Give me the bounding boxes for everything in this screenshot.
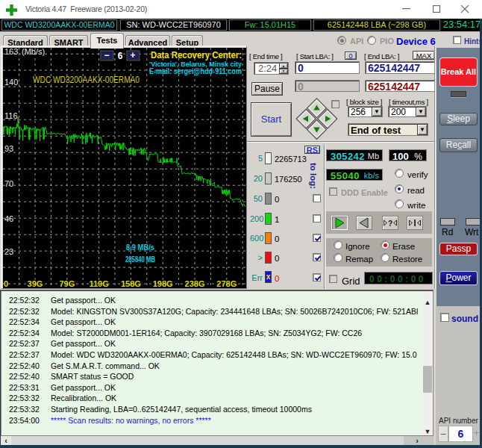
svg-text:79G: 79G <box>59 279 75 288</box>
svg-text:285840 MB: 285840 MB <box>125 255 155 264</box>
svg-text:116: 116 <box>4 111 18 120</box>
svg-text:163: 163 <box>4 48 18 56</box>
svg-text:23: 23 <box>4 247 13 256</box>
svg-text:70: 70 <box>4 179 13 188</box>
svg-text:119G: 119G <box>89 279 108 288</box>
svg-text:−: − <box>104 50 109 60</box>
svg-text:?: ? <box>388 220 392 228</box>
svg-text:278G: 278G <box>216 279 237 288</box>
svg-text:238G: 238G <box>185 279 205 288</box>
svg-text:(Mb/s): (Mb/s) <box>22 48 45 56</box>
svg-text:Data Recovery Center:: Data Recovery Center: <box>151 50 242 60</box>
svg-text:6: 6 <box>118 51 123 61</box>
svg-text:93: 93 <box>4 144 13 153</box>
svg-text:39G: 39G <box>28 279 43 288</box>
svg-text:E-mail: sergei@hdd-911.com: E-mail: sergei@hdd-911.com <box>149 67 242 75</box>
svg-text:46: 46 <box>4 214 13 223</box>
svg-text:140: 140 <box>4 78 18 87</box>
svg-text:198G: 198G <box>153 279 173 288</box>
svg-text:158G: 158G <box>121 279 141 288</box>
svg-text:0: 0 <box>4 279 8 288</box>
svg-text:8,9 MB/s: 8,9 MB/s <box>126 243 154 252</box>
svg-text:+: + <box>130 50 135 60</box>
svg-text:WDC WD3200AAKX-00ERMA0: WDC WD3200AAKX-00ERMA0 <box>33 75 140 85</box>
